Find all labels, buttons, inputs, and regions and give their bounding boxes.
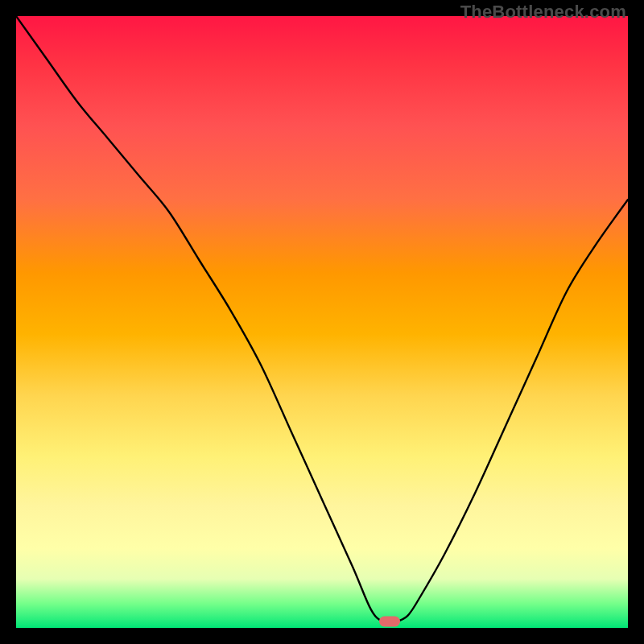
chart-frame: TheBottleneck.com bbox=[0, 0, 644, 644]
optimal-marker bbox=[379, 617, 400, 627]
bottleneck-curve bbox=[16, 16, 628, 628]
watermark-text: TheBottleneck.com bbox=[460, 2, 626, 23]
plot-area bbox=[16, 16, 628, 628]
